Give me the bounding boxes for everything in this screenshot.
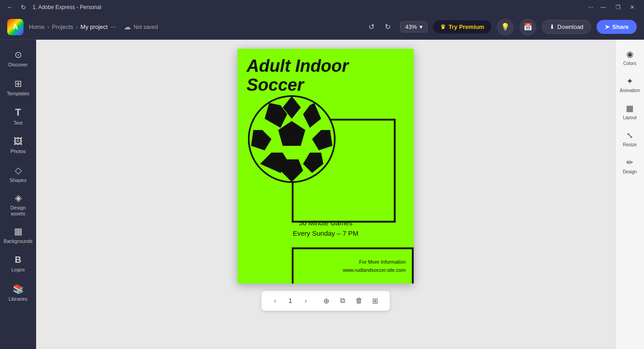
- restore-button[interactable]: ❐: [611, 2, 624, 12]
- text-icon: T: [15, 107, 21, 118]
- toolbar: A Home › Projects › My project ··· ☁ Not…: [0, 14, 644, 40]
- canvas-info: 50 Minute Games Every Sunday – 7 PM: [238, 218, 414, 238]
- titlebar: ← ↻ 1. Adobe Express - Personal ··· — ❐ …: [0, 0, 644, 14]
- right-sidebar-item-layout[interactable]: ▦ Layout: [617, 99, 643, 125]
- libraries-icon: 📚: [13, 284, 24, 294]
- try-premium-button[interactable]: ♛ Try Premium: [433, 20, 491, 33]
- breadcrumb-sep2: ›: [76, 23, 78, 30]
- sidebar-item-text[interactable]: T Text: [3, 103, 33, 130]
- right-sidebar-item-colors[interactable]: ◉ Colors: [617, 45, 643, 70]
- save-status-text: Not saved: [134, 24, 158, 30]
- undo-button[interactable]: ↺: [364, 20, 378, 34]
- sidebar-item-shapes-label: Shapes: [9, 177, 26, 183]
- right-sidebar: ◉ Colors ✦ Animation ▦ Layout ⤡ Resize ✏…: [615, 40, 644, 349]
- right-sidebar-item-resize[interactable]: ⤡ Resize: [617, 126, 643, 152]
- right-sidebar-animation-label: Animation: [620, 88, 639, 93]
- share-button[interactable]: ➤ Share: [597, 20, 637, 34]
- app-logo[interactable]: A: [7, 19, 23, 35]
- canvas-title-line1: Adult Indoor: [247, 56, 349, 75]
- colors-icon: ◉: [626, 49, 634, 59]
- canvas-title-line2: Soccer: [247, 75, 304, 94]
- breadcrumb-current[interactable]: My project: [80, 23, 107, 30]
- more-options-button[interactable]: ···: [586, 2, 595, 11]
- titlebar-left: ← ↻ 1. Adobe Express - Personal: [5, 3, 101, 12]
- backgrounds-icon: ▦: [14, 226, 23, 237]
- sidebar-item-discover[interactable]: ⊙ Discover: [3, 45, 33, 72]
- lightbulb-button[interactable]: 💡: [497, 19, 514, 36]
- current-page: 1: [285, 297, 296, 304]
- sidebar-item-photos[interactable]: 🖼 Photos: [3, 132, 33, 159]
- breadcrumb: Home › Projects › My project ···: [29, 23, 117, 31]
- right-sidebar-colors-label: Colors: [623, 61, 636, 66]
- left-sidebar: ⊙ Discover ⊞ Templates T Text 🖼 Photos ◇…: [0, 40, 36, 349]
- page-tools: ⊕ ⧉ 🗑 ⊞: [319, 293, 383, 308]
- sidebar-item-shapes[interactable]: ◇ Shapes: [3, 161, 33, 188]
- design-canvas[interactable]: Adult Indoor Soccer: [238, 49, 414, 284]
- breadcrumb-projects[interactable]: Projects: [52, 23, 73, 30]
- try-premium-label: Try Premium: [448, 23, 484, 30]
- layout-icon: ▦: [626, 103, 634, 113]
- canvas-title: Adult Indoor Soccer: [247, 57, 349, 95]
- photos-icon: 🖼: [14, 136, 23, 147]
- canvas-info-line1: 50 Minute Games: [299, 219, 352, 227]
- sidebar-item-backgrounds[interactable]: ▦ Backgrounds: [3, 221, 33, 248]
- sidebar-item-discover-label: Discover: [9, 62, 28, 68]
- calendar-icon: 📅: [523, 23, 532, 31]
- zoom-control[interactable]: 43% ▾: [400, 21, 428, 33]
- resize-icon: ⤡: [626, 130, 633, 140]
- shapes-icon: ◇: [15, 165, 22, 176]
- window-controls: ··· — ❐ ✕: [586, 2, 639, 12]
- sidebar-item-design-assets-label: Design assets: [5, 205, 32, 217]
- add-page-button[interactable]: ⊕: [319, 293, 334, 308]
- templates-icon: ⊞: [14, 78, 22, 89]
- sidebar-item-design-assets[interactable]: ◈ Design assets: [3, 190, 33, 219]
- download-button[interactable]: ⬇ Download: [542, 20, 591, 34]
- logo-letter: A: [13, 23, 18, 31]
- refresh-button[interactable]: ↻: [19, 3, 28, 12]
- breadcrumb-home[interactable]: Home: [29, 23, 45, 30]
- sidebar-item-templates-label: Templates: [7, 91, 29, 97]
- right-sidebar-item-design[interactable]: ✏ Design: [617, 154, 643, 179]
- minimize-button[interactable]: —: [597, 2, 610, 12]
- cloud-icon: ☁: [124, 23, 131, 31]
- close-button[interactable]: ✕: [626, 2, 639, 12]
- prev-page-button[interactable]: ‹: [269, 294, 281, 307]
- delete-page-button[interactable]: 🗑: [352, 293, 366, 308]
- right-sidebar-layout-label: Layout: [623, 115, 636, 121]
- canvas-info-line2: Every Sunday – 7 PM: [293, 229, 358, 237]
- canvas-footer-box: For More Information www.rudlandsoccer.s…: [292, 247, 414, 284]
- duplicate-page-button[interactable]: ⧉: [336, 293, 350, 308]
- pagination-bar: ‹ 1 › ⊕ ⧉ 🗑 ⊞: [261, 291, 390, 311]
- canvas-area[interactable]: Adult Indoor Soccer: [36, 40, 615, 349]
- sidebar-item-templates[interactable]: ⊞ Templates: [3, 74, 33, 101]
- sidebar-item-logos-label: Logos: [11, 267, 25, 273]
- sidebar-item-backgrounds-label: Backgrounds: [4, 238, 33, 244]
- calendar-button[interactable]: 📅: [519, 19, 537, 36]
- download-label: Download: [557, 23, 583, 30]
- logos-icon: B: [15, 255, 21, 265]
- right-sidebar-item-animation[interactable]: ✦ Animation: [617, 72, 643, 98]
- share-icon: ➤: [605, 23, 610, 30]
- canvas-footer-text: For More Information www.rudlandsoccer.s…: [343, 258, 406, 274]
- zoom-value: 43%: [405, 23, 417, 30]
- share-label: Share: [612, 23, 629, 30]
- right-sidebar-resize-label: Resize: [623, 142, 637, 148]
- download-icon: ⬇: [550, 23, 555, 30]
- next-page-button[interactable]: ›: [299, 294, 312, 307]
- redo-button[interactable]: ↻: [380, 20, 395, 34]
- right-sidebar-design-label: Design: [623, 169, 637, 175]
- canvas-footer-line2: www.rudlandsoccer.site.com: [343, 267, 406, 273]
- back-button[interactable]: ←: [5, 3, 14, 12]
- sidebar-item-logos[interactable]: B Logos: [3, 250, 33, 277]
- breadcrumb-sep1: ›: [47, 23, 49, 30]
- discover-icon: ⊙: [14, 49, 22, 60]
- main-area: ⊙ Discover ⊞ Templates T Text 🖼 Photos ◇…: [0, 40, 644, 349]
- sidebar-item-text-label: Text: [14, 120, 23, 126]
- more-options-icon[interactable]: ···: [110, 23, 116, 31]
- sidebar-item-libraries[interactable]: 📚 Libraries: [3, 279, 33, 306]
- animation-icon: ✦: [626, 76, 633, 86]
- design-icon: ✏: [626, 158, 633, 168]
- grid-view-button[interactable]: ⊞: [368, 293, 383, 308]
- lightbulb-icon: 💡: [501, 23, 510, 31]
- soccer-ball: [247, 94, 373, 220]
